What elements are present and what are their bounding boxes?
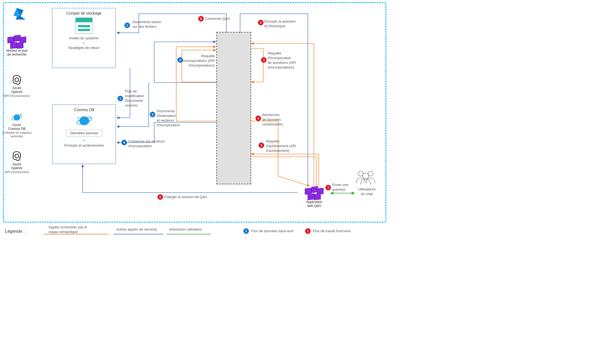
openai-icon: [11, 150, 23, 162]
legend-line-orange: [44, 234, 108, 234]
legend-backend: Flux de données back-end: [251, 229, 293, 234]
svg-point-2: [77, 117, 79, 119]
legend-line-blue: [113, 234, 163, 234]
step-red-2: 2: [258, 20, 264, 25]
azure-openai-embeddings: AzureOpenAI(API d'incorporations): [0, 74, 34, 98]
cosmos-title: Cosmos DB: [55, 108, 113, 112]
legend-orange: Appels orchestrés par le noyau sémantiqu…: [48, 225, 87, 234]
step-red-1: 1: [325, 185, 331, 190]
step-red-5: 5: [259, 143, 264, 148]
label-docs-index: Documents d'indexation et vecteurs d'inc…: [157, 109, 180, 128]
step-blue-2: 2: [177, 57, 183, 63]
step-red-3: 3: [261, 57, 267, 63]
legend-num-red: 1: [305, 228, 311, 234]
storage-plus: +: [55, 41, 113, 46]
vector-search-service: Vecteur et podde recherche: [0, 35, 34, 57]
storage-sub2: Stratégies de retour: [55, 45, 113, 50]
label-flux-modif: Flux de modification : Documents sources: [125, 89, 146, 108]
label-docs-files: Documents basés sur des fichiers: [132, 20, 161, 29]
legend-green: Interaction utilisateur: [169, 227, 202, 232]
legend-blue: Autres appels de services: [116, 227, 157, 232]
azure-cosmos-vector: AzureCosmos DB(Collection de magasins ve…: [0, 112, 34, 138]
legend-line-green: [167, 234, 211, 234]
label-conserver-qa: Conserver Q&A: [205, 17, 230, 21]
azure-openai-completion: AzureOpenAI(API d'achèvement): [0, 150, 34, 174]
label-conserver-vec: Conserver les vecteurs d'incorporation: [128, 139, 165, 149]
legend-num-blue: 1: [243, 228, 249, 234]
architecture-diagram: Compte de stockage Invites du système + …: [0, 0, 406, 250]
containers-icon: [305, 187, 324, 200]
svg-point-4: [15, 78, 19, 82]
cosmos-inner: Données sources: [66, 130, 102, 136]
storage-title: Compte de stockage: [55, 11, 113, 15]
svg-point-7: [15, 154, 19, 158]
step-red-6a: 6: [198, 16, 204, 21]
step-blue-1b: 1: [118, 96, 123, 101]
step-blue-3: 3: [150, 112, 155, 117]
legend: Légende : Appels orchestrés par le noyau…: [5, 225, 401, 244]
label-charger-session: Charger la session de Q&A: [164, 195, 207, 199]
storage-icon: [75, 18, 93, 34]
svg-point-10: [363, 173, 369, 179]
label-envoyer-q: Envoyer la question et l'historique: [264, 19, 296, 29]
cosmos-db-box: Cosmos DB Données sources + Prompts et a…: [52, 105, 116, 164]
azure-logo-icon: [11, 7, 28, 21]
legend-frontend: Flux de travail front-end: [313, 229, 351, 234]
svg-point-9: [368, 171, 373, 176]
storage-account-box: Compte de stockage Invites du système + …: [52, 8, 116, 68]
svg-point-3: [89, 124, 90, 125]
cosmos-db-icon: [76, 114, 93, 127]
step-blue-4: 4: [121, 140, 127, 145]
cosmos-plus: +: [55, 138, 113, 143]
cosmos-small-icon: [11, 112, 23, 123]
step-red-6b: 6: [157, 194, 163, 200]
openai-icon: [11, 74, 23, 86]
step-blue-1a: 1: [124, 23, 130, 28]
svg-point-8: [358, 171, 363, 176]
cosmos-sub2: Prompts et achèvements: [55, 143, 113, 148]
label-req-achev: Requête d'achèvement (API d'achèvement): [266, 139, 296, 153]
label-recherche-ctx: Recherche de données contextuelles: [262, 113, 283, 127]
containers-icon: [7, 35, 26, 49]
label-req-incorp-q: Requête d'incorporation de questions (AP…: [268, 51, 296, 70]
legend-title: Légende :: [5, 229, 25, 234]
users-icon: [355, 169, 376, 185]
webapp-service: Applicationweb Q&A: [297, 187, 331, 208]
label-poser-q: Poser une question: [332, 183, 348, 192]
label-req-incorp: Requête d'incorporations (API d'incorpor…: [182, 54, 215, 68]
storage-sub1: Invites du système: [55, 36, 113, 41]
step-red-4: 4: [256, 116, 261, 121]
services-column: [216, 32, 251, 184]
users-label: Utilisateursdu chat: [355, 187, 378, 196]
